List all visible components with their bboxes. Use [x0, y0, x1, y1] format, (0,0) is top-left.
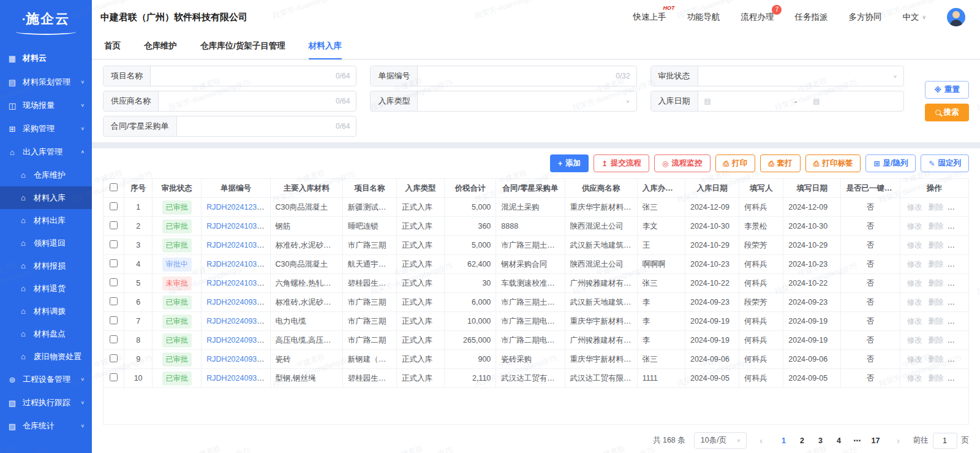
row-checkbox[interactable]	[110, 240, 118, 248]
delete-action[interactable]: 删除	[928, 355, 943, 364]
tab[interactable]: 仓库库位/货架子目管理	[200, 34, 285, 59]
edit-action[interactable]: 修改	[907, 279, 922, 287]
delete-action[interactable]: 删除	[928, 279, 943, 287]
delete-action[interactable]: 删除	[928, 203, 943, 211]
tab[interactable]: 仓库维护	[144, 34, 177, 59]
approval-status-select[interactable]: ∨	[698, 66, 903, 86]
next-page-button[interactable]: ›	[892, 436, 905, 446]
reset-button[interactable]: ※ 重置	[925, 81, 969, 99]
sidebar-item-site-reporting[interactable]: ◫ 现场报量 ∨	[0, 94, 92, 117]
language-selector[interactable]: 中文 ∨	[902, 12, 926, 23]
nav-flow-handling[interactable]: 流程办理 7	[741, 12, 774, 23]
sidebar-submenu-item[interactable]: ⌂ 材料入库	[0, 186, 92, 209]
fixed-columns-button[interactable]: ✎ 固定列	[921, 154, 969, 172]
search-button[interactable]: 搜索	[925, 104, 969, 121]
doc-no-input[interactable]	[424, 72, 612, 81]
edit-action[interactable]: 修改	[907, 222, 922, 230]
edit-action[interactable]: 修改	[907, 203, 922, 211]
page-number[interactable]: 2	[794, 433, 810, 449]
quick-outbound-action[interactable]: 一键出库	[949, 336, 969, 345]
date-start-input[interactable]	[715, 97, 758, 106]
row-checkbox[interactable]	[110, 221, 118, 229]
page-number[interactable]: 1	[776, 433, 792, 449]
doc-no-link[interactable]: RJDH20240930585	[206, 336, 270, 345]
doc-no-link[interactable]: RJDH20240930211	[206, 374, 270, 383]
doc-no-link[interactable]: RJDH20241031890	[206, 222, 270, 230]
delete-action[interactable]: 删除	[928, 298, 943, 306]
nav-function-guide[interactable]: 功能导航	[687, 12, 720, 23]
sidebar-item-material-cloud[interactable]: ▦ 材料云	[0, 46, 92, 70]
nav-quick-start[interactable]: 快速上手 HOT	[633, 12, 666, 23]
show-hide-columns-button[interactable]: ⊞ 显/隐列	[865, 154, 916, 172]
sidebar-item-procurement[interactable]: ⊞ 采购管理 ∨	[0, 117, 92, 140]
doc-no-link[interactable]: RJDH20240930724	[206, 298, 270, 306]
row-checkbox[interactable]	[110, 202, 118, 210]
tab[interactable]: 首页	[104, 34, 121, 59]
delete-action[interactable]: 删除	[928, 336, 943, 345]
quick-outbound-action[interactable]: 一键出库	[949, 298, 969, 306]
date-end-input[interactable]	[824, 97, 897, 106]
print-button[interactable]: ⎙ 打印	[715, 154, 756, 172]
edit-action[interactable]: 修改	[907, 317, 922, 325]
supplier-input[interactable]	[165, 97, 332, 106]
row-checkbox[interactable]	[110, 373, 118, 381]
doc-no-link[interactable]: RJDH20241031848	[206, 241, 270, 249]
delete-action[interactable]: 删除	[928, 317, 943, 325]
contract-input[interactable]	[183, 122, 332, 131]
doc-no-link[interactable]: RJDH20241233650	[206, 203, 270, 211]
sidebar-submenu-item[interactable]: ⌂ 材料盘点	[0, 322, 92, 345]
row-checkbox[interactable]	[110, 354, 118, 362]
edit-action[interactable]: 修改	[907, 374, 922, 383]
quick-outbound-action[interactable]: 一键出库	[949, 279, 969, 287]
edit-action[interactable]: 修改	[907, 336, 922, 345]
delete-action[interactable]: 删除	[928, 241, 943, 249]
row-checkbox[interactable]	[110, 316, 118, 324]
sidebar-submenu-item[interactable]: ⌂ 废旧物资处置	[0, 345, 92, 368]
quick-outbound-action[interactable]: 一键出库	[949, 241, 969, 249]
select-all-checkbox[interactable]	[110, 183, 118, 191]
quick-outbound-action[interactable]: 一键出库	[949, 203, 969, 211]
row-checkbox[interactable]	[110, 297, 118, 305]
doc-no-link[interactable]: RJDH20241031683	[206, 260, 270, 268]
sidebar-submenu-item[interactable]: ⌂ 材料调拨	[0, 300, 92, 322]
flow-monitor-button[interactable]: ◎ 流程监控	[654, 154, 710, 172]
sidebar-item-warehouse-statistics[interactable]: ▨ 仓库统计 ∨	[0, 414, 92, 438]
goto-page-input[interactable]	[933, 433, 957, 449]
sidebar-item-equipment-management[interactable]: ⊚ 工程设备管理 ∨	[0, 368, 92, 391]
inbound-type-select[interactable]: ∨	[418, 91, 636, 111]
project-name-input[interactable]	[157, 72, 332, 81]
quick-outbound-action[interactable]: 一键出库	[949, 355, 969, 364]
edit-action[interactable]: 修改	[907, 355, 922, 364]
sidebar-submenu-item[interactable]: ⌂ 材料退货	[0, 277, 92, 300]
overprint-button[interactable]: ⎙ 套打	[760, 154, 801, 172]
quick-outbound-action[interactable]: 一键出库	[949, 317, 969, 325]
doc-no-link[interactable]: RJDH20240930225	[206, 355, 270, 364]
sidebar-item-inout-management[interactable]: ⌂ 出入库管理 ∧	[0, 140, 92, 164]
page-size-select[interactable]: 10条/页 ∨	[694, 432, 747, 449]
sidebar-submenu-item[interactable]: ⌂ 仓库维护	[0, 164, 92, 186]
doc-no-link[interactable]: RJDH20240930595	[206, 317, 270, 325]
delete-action[interactable]: 删除	[928, 374, 943, 383]
submit-flow-button[interactable]: ↥ 提交流程	[594, 154, 649, 172]
sidebar-item-material-planning[interactable]: ▤ 材料策划管理 ∨	[0, 70, 92, 94]
nav-multi-collaboration[interactable]: 多方协同	[848, 12, 881, 23]
row-checkbox[interactable]	[110, 335, 118, 343]
edit-action[interactable]: 修改	[907, 260, 922, 268]
sidebar-submenu-item[interactable]: ⌂ 材料出库	[0, 209, 92, 232]
tab[interactable]: 材料入库	[309, 34, 342, 59]
quick-outbound-action[interactable]: 一键出库	[949, 222, 969, 230]
user-avatar[interactable]	[947, 8, 965, 26]
add-button[interactable]: + 添加	[550, 154, 589, 172]
sidebar-item-process-tracking[interactable]: ▧ 过程执行跟踪 ∨	[0, 391, 92, 414]
prev-page-button[interactable]: ‹	[755, 436, 767, 446]
delete-action[interactable]: 删除	[928, 260, 943, 268]
edit-action[interactable]: 修改	[907, 298, 922, 306]
page-number[interactable]: ⋯	[850, 433, 865, 449]
sidebar-submenu-item[interactable]: ⌂ 材料报损	[0, 254, 92, 277]
page-number[interactable]: 3	[813, 433, 829, 449]
row-checkbox[interactable]	[110, 259, 118, 267]
nav-task-assignment[interactable]: 任务指派	[794, 12, 827, 23]
sidebar-submenu-item[interactable]: ⌂ 领料退回	[0, 232, 92, 254]
print-label-button[interactable]: ⎙ 打印标签	[805, 154, 861, 172]
page-number[interactable]: 17	[868, 433, 884, 449]
